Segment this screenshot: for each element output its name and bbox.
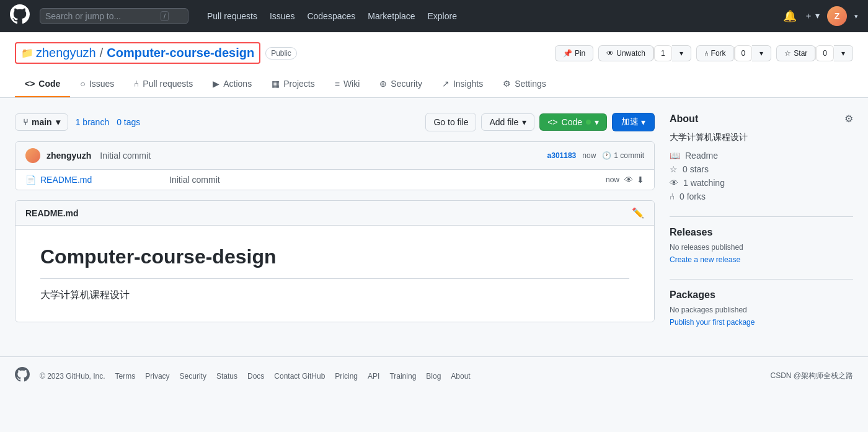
add-file-button[interactable]: Add file ▾ (481, 113, 534, 131)
security-tab-icon: ⊕ (379, 79, 387, 89)
about-readme-stat[interactable]: 📖 Readme (670, 151, 853, 161)
pin-button[interactable]: 📌 Pin (555, 45, 593, 61)
unwatch-chevron[interactable]: ▾ (672, 45, 691, 61)
plus-icon[interactable]: ＋ ▾ (804, 11, 820, 22)
insights-tab-icon: ↗ (442, 79, 450, 89)
fork-count[interactable]: 0 (735, 45, 753, 61)
file-name-link[interactable]: README.md (40, 175, 164, 185)
branch-bar-right: Go to file Add file ▾ <> Code ▾ (425, 113, 655, 131)
star-button[interactable]: ☆ Star (776, 45, 815, 61)
goto-file-button[interactable]: Go to file (425, 113, 476, 131)
commit-count[interactable]: 🕐 1 commit (602, 151, 644, 160)
eye-icon: 👁 (606, 49, 614, 58)
tag-count-link[interactable]: 0 tags (117, 117, 140, 127)
jia-button[interactable]: 加速 ▾ (612, 113, 655, 131)
github-logo-icon[interactable] (10, 4, 30, 28)
code-icon: <> (547, 117, 557, 127)
green-dot-icon (586, 120, 591, 125)
code-button[interactable]: <> Code ▾ (539, 113, 607, 131)
search-input[interactable] (45, 11, 157, 21)
readme-edit-icon[interactable]: ✏️ (632, 207, 644, 219)
file-time: now (606, 175, 619, 184)
footer-docs-link[interactable]: Docs (247, 372, 264, 381)
tab-pull-requests[interactable]: ⑃ Pull requests (124, 71, 203, 97)
tab-actions[interactable]: ▶ Actions (203, 71, 262, 97)
no-packages-text: No packages published (670, 306, 853, 314)
publish-package-link[interactable]: Publish your first package (670, 318, 755, 327)
star-chevron[interactable]: ▾ (834, 45, 853, 61)
table-row: 📄 README.md Initial commit now 👁 ⬇ (16, 170, 654, 190)
tab-insights[interactable]: ↗ Insights (432, 71, 493, 97)
tab-wiki[interactable]: ≡ Wiki (325, 71, 370, 97)
nav-explore[interactable]: Explore (424, 9, 461, 24)
footer-about-link[interactable]: About (451, 372, 470, 381)
footer-terms-link[interactable]: Terms (115, 372, 136, 381)
gear-icon[interactable]: ⚙ (844, 113, 853, 125)
code-tab-icon: <> (25, 79, 35, 89)
file-preview-icon[interactable]: 👁 (624, 175, 633, 185)
readme-title: README.md (25, 208, 79, 218)
branch-count-link[interactable]: 1 branch (76, 117, 109, 127)
nav-marketplace[interactable]: Marketplace (364, 9, 418, 24)
commit-author[interactable]: zhengyuzh (46, 151, 91, 161)
tab-settings[interactable]: ⚙ Settings (493, 71, 556, 97)
repo-slash: / (100, 46, 104, 60)
about-watching-stat[interactable]: 👁 1 watching (670, 178, 853, 188)
avatar-wrap: Z (827, 6, 847, 26)
star-stat-icon: ☆ (670, 164, 678, 174)
readme-box: README.md ✏️ Computer-course-design 大学计算… (15, 200, 655, 322)
footer-api-link[interactable]: API (368, 372, 379, 381)
repo-owner-link[interactable]: zhengyuzh (36, 46, 96, 60)
branch-selector[interactable]: ⑂ main ▾ (15, 113, 68, 131)
avatar-chevron[interactable]: ▾ (854, 12, 858, 20)
clock-icon: 🕐 (602, 151, 611, 160)
eye-stat-icon: 👁 (670, 178, 678, 188)
bell-icon[interactable]: 🔔 (783, 9, 797, 23)
about-title: About (670, 113, 698, 125)
create-release-link[interactable]: Create a new release (670, 255, 740, 264)
add-file-chevron-icon: ▾ (522, 117, 526, 127)
readme-header: README.md ✏️ (16, 201, 654, 226)
footer-training-link[interactable]: Training (389, 372, 416, 381)
repo-title-row: 📁 zhengyuzh / Computer-course-design Pub… (15, 42, 853, 64)
projects-tab-icon: ▦ (272, 79, 280, 89)
readme-body: Computer-course-design 大学计算机课程设计 (16, 226, 654, 322)
commit-sha-link[interactable]: a301183 (547, 151, 577, 160)
footer-security-link[interactable]: Security (180, 372, 206, 381)
footer-pricing-link[interactable]: Pricing (335, 372, 358, 381)
footer-contact-link[interactable]: Contact GitHub (274, 372, 325, 381)
unwatch-count[interactable]: 1 (654, 45, 672, 61)
code-group: <> Code ▾ (539, 113, 607, 131)
nav-codespaces[interactable]: Codespaces (303, 9, 359, 24)
unwatch-button[interactable]: 👁 Unwatch (598, 45, 653, 61)
about-stars-stat[interactable]: ☆ 0 stars (670, 164, 853, 174)
footer-copyright: © 2023 GitHub, Inc. (40, 372, 105, 381)
repo-tabs: <> Code ○ Issues ⑃ Pull requests ▶ Actio… (15, 71, 853, 97)
tab-security[interactable]: ⊕ Security (370, 71, 432, 97)
nav-pull-requests[interactable]: Pull requests (203, 9, 261, 24)
file-download-icon[interactable]: ⬇ (637, 175, 644, 185)
fork-group: ⑃ Fork 0 ▾ (696, 45, 772, 61)
branch-bar: ⑂ main ▾ 1 branch 0 tags Go to file Add … (15, 113, 655, 131)
nav-issues[interactable]: Issues (266, 9, 298, 24)
user-avatar[interactable]: Z (827, 6, 847, 26)
file-table: zhengyuzh Initial commit a301183 now 🕐 1… (15, 141, 655, 190)
fork-chevron[interactable]: ▾ (752, 45, 771, 61)
tab-projects[interactable]: ▦ Projects (262, 71, 325, 97)
repo-name-link[interactable]: Computer-course-design (107, 46, 254, 60)
footer-privacy-link[interactable]: Privacy (145, 372, 169, 381)
unwatch-group: 👁 Unwatch 1 ▾ (598, 45, 691, 61)
pin-icon: 📌 (563, 49, 572, 58)
star-count[interactable]: 0 (816, 45, 834, 61)
footer-blog-link[interactable]: Blog (426, 372, 441, 381)
tab-code[interactable]: <> Code (15, 71, 70, 97)
main-content: ⑂ main ▾ 1 branch 0 tags Go to file Add … (0, 98, 868, 356)
search-box[interactable]: / (40, 8, 188, 24)
tab-issues[interactable]: ○ Issues (70, 71, 124, 97)
repo-icon: 📁 (21, 47, 33, 59)
about-forks-stat[interactable]: ⑃ 0 forks (670, 192, 853, 201)
footer-status-link[interactable]: Status (216, 372, 237, 381)
readme-link[interactable]: Readme (685, 151, 718, 161)
about-description: 大学计算机课程设计 (670, 132, 853, 143)
fork-button[interactable]: ⑃ Fork (696, 45, 734, 61)
